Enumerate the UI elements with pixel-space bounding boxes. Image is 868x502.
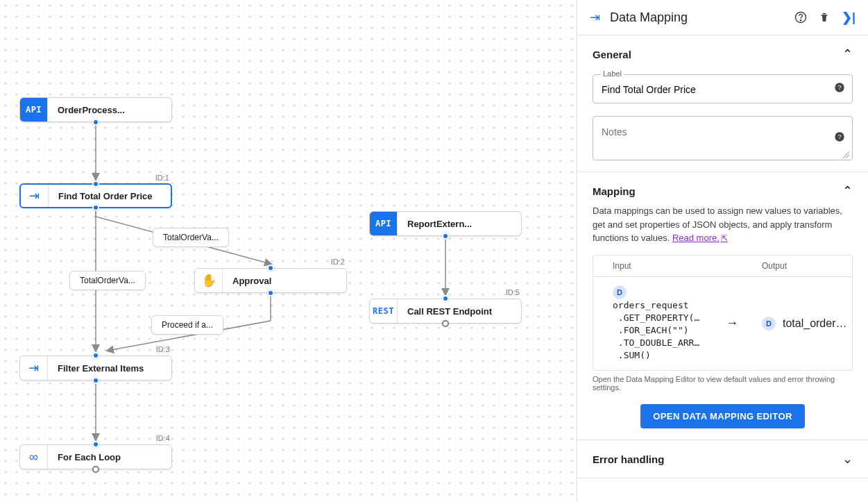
open-data-mapping-editor-button[interactable]: OPEN DATA MAPPING EDITOR [640,404,805,428]
node-label: For Each Loop [48,452,130,462]
section-header-general[interactable]: General ⌃ [593,47,853,62]
port-in[interactable] [442,295,449,302]
port-in[interactable] [92,352,99,359]
node-for-each-loop[interactable]: ID:4 ∞ For Each Loop [19,444,172,469]
port-out[interactable] [267,290,274,296]
node-label: OrderProcess... [48,105,135,115]
node-label: Find Total Order Price [49,191,162,201]
panel-header: ⇥ Data Mapping ❯| [577,0,868,35]
edges-layer [0,0,577,502]
node-label: Filter External Items [48,363,153,374]
node-order-process-trigger[interactable]: API OrderProcess... [19,97,172,122]
chevron-down-icon: ⌄ [842,451,853,467]
mapping-row[interactable]: D orders_request .GET_PROPERTY(… .FOR_EA… [593,277,852,371]
api-icon: API [20,98,48,122]
resize-handle-icon[interactable] [842,151,849,158]
node-label: Approval [223,276,281,286]
mapping-table: Input Output D orders_request .GET_PROPE… [593,255,853,371]
details-panel: ⇥ Data Mapping ❯| General ⌃ Label ? [577,0,868,502]
svg-point-1 [800,20,801,21]
notes-input[interactable] [600,125,828,150]
data-mapping-icon: ⇥ [590,10,600,25]
node-filter-external-items[interactable]: ID:3 ⇥ Filter External Items [19,355,172,380]
help-icon[interactable]: ? [834,82,845,96]
section-title: Error handling [593,453,664,465]
data-mapping-icon: ⇥ [20,356,48,380]
chevron-up-icon: ⌃ [842,183,853,199]
port-out[interactable] [442,233,449,240]
svg-text:?: ? [837,84,841,91]
data-mapping-icon: ⇥ [21,185,49,207]
port-in[interactable] [92,181,99,187]
collapse-panel-icon[interactable]: ❯| [842,10,856,25]
node-label: ReportExtern... [398,219,482,229]
label-input[interactable] [600,83,828,96]
section-header-mapping[interactable]: Mapping ⌃ [593,183,853,199]
port-in[interactable] [267,265,274,271]
edge-label[interactable]: TotalOrderVa... [69,271,146,290]
node-label: Call REST Endpoint [398,306,502,317]
help-icon[interactable] [794,11,807,24]
arrow-right-icon: → [722,316,742,331]
section-title: Mapping [593,185,636,197]
panel-title: Data Mapping [610,10,785,25]
port-out[interactable] [92,119,99,126]
api-icon: API [370,212,398,235]
mapping-description: Data mappings can be used to assign new … [593,204,853,245]
section-error-handling: Error handling ⌄ [577,440,868,478]
mapping-input-code: orders_request .GET_PROPERTY(… .FOR_EACH… [613,299,702,362]
chevron-up-icon: ⌃ [842,47,853,62]
section-general: General ⌃ Label ? ? [577,35,868,172]
label-field[interactable]: Label ? [593,74,853,103]
node-id: ID:3 [156,345,170,353]
node-find-total-order-price[interactable]: ID:1 ⇥ Find Total Order Price [19,183,172,208]
hand-icon: ✋ [195,269,223,292]
notes-field[interactable]: ? [593,116,853,160]
field-label: Label [600,69,624,78]
port-out[interactable] [92,377,99,384]
loop-icon: ∞ [20,445,48,469]
section-header-error-handling[interactable]: Error handling ⌄ [593,451,853,467]
col-header-output: Output [742,261,852,271]
edge-label[interactable]: Proceed if a... [151,315,223,335]
svg-text:?: ? [837,133,841,140]
help-icon[interactable]: ? [834,131,845,145]
node-report-extern-trigger[interactable]: API ReportExtern... [369,211,522,236]
node-id: ID:1 [155,174,169,182]
section-mapping: Mapping ⌃ Data mappings can be used to a… [577,172,868,440]
external-link-icon: ⇱ [721,233,728,243]
port-out[interactable] [92,466,99,473]
node-approval[interactable]: ID:2 ✋ Approval [194,268,347,293]
section-title: General [593,49,631,60]
node-call-rest-endpoint[interactable]: ID:5 REST Call REST Endpoint [369,299,522,324]
mapping-hint: Open the Data Mapping Editor to view def… [593,375,853,392]
read-more-link[interactable]: Read more.⇱ [672,233,728,243]
port-out[interactable] [442,320,449,327]
node-id: ID:5 [506,288,520,296]
variable-chip-icon: D [613,285,627,299]
delete-icon[interactable] [818,11,831,24]
mapping-output-text: total_order… [783,317,847,330]
port-in[interactable] [92,441,99,448]
workflow-canvas[interactable]: API OrderProcess... ID:1 ⇥ Find Total Or… [0,0,577,502]
variable-chip-icon: D [762,317,776,331]
col-header-input: Input [593,261,722,271]
node-id: ID:4 [156,434,170,442]
node-id: ID:2 [331,258,345,266]
edge-label[interactable]: TotalOrderVa... [153,228,229,247]
rest-icon: REST [370,299,398,323]
port-out[interactable] [92,204,99,211]
